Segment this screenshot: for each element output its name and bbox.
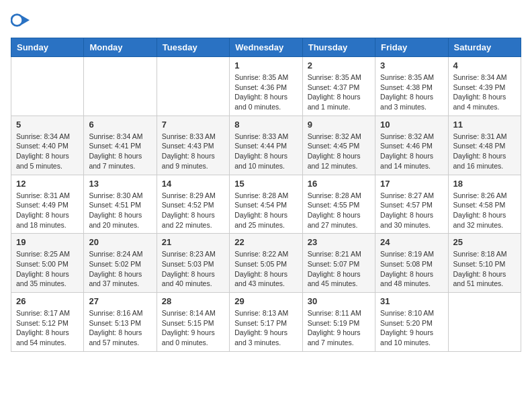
day-info: Sunrise: 8:28 AM Sunset: 4:55 PM Dayligh… bbox=[308, 191, 370, 230]
day-info: Sunrise: 8:11 AM Sunset: 5:19 PM Dayligh… bbox=[308, 308, 370, 348]
logo bbox=[11, 11, 31, 30]
day-number: 13 bbox=[89, 179, 151, 189]
day-info: Sunrise: 8:14 AM Sunset: 5:15 PM Dayligh… bbox=[162, 308, 224, 348]
day-number: 28 bbox=[162, 296, 224, 306]
day-info: Sunrise: 8:34 AM Sunset: 4:39 PM Dayligh… bbox=[453, 73, 516, 112]
calendar-day-header: Tuesday bbox=[157, 38, 229, 57]
calendar-day-header: Monday bbox=[84, 38, 157, 57]
calendar-cell: 1Sunrise: 8:35 AM Sunset: 4:36 PM Daylig… bbox=[230, 57, 302, 116]
day-info: Sunrise: 8:25 AM Sunset: 5:00 PM Dayligh… bbox=[16, 249, 79, 289]
day-number: 19 bbox=[16, 237, 79, 247]
calendar-cell: 13Sunrise: 8:30 AM Sunset: 4:51 PM Dayli… bbox=[84, 175, 157, 234]
calendar-cell: 22Sunrise: 8:22 AM Sunset: 5:05 PM Dayli… bbox=[230, 234, 302, 293]
day-info: Sunrise: 8:27 AM Sunset: 4:57 PM Dayligh… bbox=[380, 191, 443, 230]
calendar-cell: 6Sunrise: 8:34 AM Sunset: 4:41 PM Daylig… bbox=[84, 116, 157, 175]
day-number: 5 bbox=[16, 120, 79, 130]
calendar-cell: 15Sunrise: 8:28 AM Sunset: 4:54 PM Dayli… bbox=[230, 175, 302, 234]
calendar-week-row: 1Sunrise: 8:35 AM Sunset: 4:36 PM Daylig… bbox=[11, 57, 521, 116]
day-number: 2 bbox=[308, 60, 370, 71]
calendar-cell: 27Sunrise: 8:16 AM Sunset: 5:13 PM Dayli… bbox=[84, 293, 157, 352]
day-number: 11 bbox=[453, 120, 516, 130]
calendar-cell bbox=[157, 57, 229, 116]
calendar-cell: 9Sunrise: 8:32 AM Sunset: 4:45 PM Daylig… bbox=[302, 116, 375, 175]
day-number: 17 bbox=[380, 179, 443, 189]
calendar-cell: 21Sunrise: 8:23 AM Sunset: 5:03 PM Dayli… bbox=[157, 234, 229, 293]
day-number: 6 bbox=[89, 120, 151, 130]
day-number: 15 bbox=[234, 179, 297, 189]
calendar-day-header: Wednesday bbox=[230, 38, 302, 57]
calendar-day-header: Thursday bbox=[302, 38, 375, 57]
calendar-cell: 11Sunrise: 8:31 AM Sunset: 4:48 PM Dayli… bbox=[448, 116, 521, 175]
day-info: Sunrise: 8:30 AM Sunset: 4:51 PM Dayligh… bbox=[89, 191, 151, 230]
calendar-cell: 2Sunrise: 8:35 AM Sunset: 4:37 PM Daylig… bbox=[302, 57, 375, 116]
day-info: Sunrise: 8:13 AM Sunset: 5:17 PM Dayligh… bbox=[234, 308, 297, 348]
day-info: Sunrise: 8:28 AM Sunset: 4:54 PM Dayligh… bbox=[234, 191, 297, 230]
calendar-cell: 28Sunrise: 8:14 AM Sunset: 5:15 PM Dayli… bbox=[157, 293, 229, 352]
day-info: Sunrise: 8:19 AM Sunset: 5:08 PM Dayligh… bbox=[380, 249, 443, 289]
day-number: 24 bbox=[380, 237, 443, 247]
day-info: Sunrise: 8:33 AM Sunset: 4:43 PM Dayligh… bbox=[162, 132, 224, 171]
day-number: 8 bbox=[234, 120, 297, 130]
day-info: Sunrise: 8:34 AM Sunset: 4:41 PM Dayligh… bbox=[89, 132, 151, 171]
calendar-cell: 7Sunrise: 8:33 AM Sunset: 4:43 PM Daylig… bbox=[157, 116, 229, 175]
day-info: Sunrise: 8:32 AM Sunset: 4:46 PM Dayligh… bbox=[380, 132, 443, 171]
day-info: Sunrise: 8:33 AM Sunset: 4:44 PM Dayligh… bbox=[234, 132, 297, 171]
day-number: 22 bbox=[234, 237, 297, 247]
calendar-cell: 20Sunrise: 8:24 AM Sunset: 5:02 PM Dayli… bbox=[84, 234, 157, 293]
day-info: Sunrise: 8:17 AM Sunset: 5:12 PM Dayligh… bbox=[16, 308, 79, 348]
day-number: 20 bbox=[89, 237, 151, 247]
day-number: 26 bbox=[16, 296, 79, 306]
calendar-cell bbox=[11, 57, 84, 116]
calendar-cell: 29Sunrise: 8:13 AM Sunset: 5:17 PM Dayli… bbox=[230, 293, 302, 352]
calendar-cell: 12Sunrise: 8:31 AM Sunset: 4:49 PM Dayli… bbox=[11, 175, 84, 234]
calendar-cell: 25Sunrise: 8:18 AM Sunset: 5:10 PM Dayli… bbox=[448, 234, 521, 293]
day-number: 18 bbox=[453, 179, 516, 189]
day-number: 16 bbox=[308, 179, 370, 189]
calendar-cell bbox=[448, 293, 521, 352]
day-number: 14 bbox=[162, 179, 224, 189]
day-number: 10 bbox=[380, 120, 443, 130]
day-info: Sunrise: 8:31 AM Sunset: 4:49 PM Dayligh… bbox=[16, 191, 79, 230]
calendar-cell: 19Sunrise: 8:25 AM Sunset: 5:00 PM Dayli… bbox=[11, 234, 84, 293]
day-info: Sunrise: 8:29 AM Sunset: 4:52 PM Dayligh… bbox=[162, 191, 224, 230]
calendar-header-row: SundayMondayTuesdayWednesdayThursdayFrid… bbox=[11, 38, 521, 57]
calendar-cell: 5Sunrise: 8:34 AM Sunset: 4:40 PM Daylig… bbox=[11, 116, 84, 175]
day-info: Sunrise: 8:32 AM Sunset: 4:45 PM Dayligh… bbox=[308, 132, 370, 171]
calendar-week-row: 19Sunrise: 8:25 AM Sunset: 5:00 PM Dayli… bbox=[11, 234, 521, 293]
day-number: 30 bbox=[308, 296, 370, 306]
calendar-cell: 18Sunrise: 8:26 AM Sunset: 4:58 PM Dayli… bbox=[448, 175, 521, 234]
calendar-week-row: 5Sunrise: 8:34 AM Sunset: 4:40 PM Daylig… bbox=[11, 116, 521, 175]
calendar-cell: 8Sunrise: 8:33 AM Sunset: 4:44 PM Daylig… bbox=[230, 116, 302, 175]
calendar-day-header: Sunday bbox=[11, 38, 84, 57]
calendar-day-header: Friday bbox=[375, 38, 448, 57]
day-info: Sunrise: 8:16 AM Sunset: 5:13 PM Dayligh… bbox=[89, 308, 151, 348]
day-number: 3 bbox=[380, 60, 443, 71]
day-number: 12 bbox=[16, 179, 79, 189]
svg-marker-1 bbox=[22, 15, 30, 24]
calendar-cell: 14Sunrise: 8:29 AM Sunset: 4:52 PM Dayli… bbox=[157, 175, 229, 234]
day-info: Sunrise: 8:10 AM Sunset: 5:20 PM Dayligh… bbox=[380, 308, 443, 348]
day-number: 23 bbox=[308, 237, 370, 247]
calendar-cell: 3Sunrise: 8:35 AM Sunset: 4:38 PM Daylig… bbox=[375, 57, 448, 116]
day-info: Sunrise: 8:34 AM Sunset: 4:40 PM Dayligh… bbox=[16, 132, 79, 171]
day-number: 27 bbox=[89, 296, 151, 306]
day-number: 9 bbox=[308, 120, 370, 130]
day-info: Sunrise: 8:21 AM Sunset: 5:07 PM Dayligh… bbox=[308, 249, 370, 289]
page-header bbox=[11, 11, 521, 30]
calendar-cell: 26Sunrise: 8:17 AM Sunset: 5:12 PM Dayli… bbox=[11, 293, 84, 352]
svg-point-0 bbox=[11, 15, 23, 26]
day-number: 25 bbox=[453, 237, 516, 247]
calendar-cell: 16Sunrise: 8:28 AM Sunset: 4:55 PM Dayli… bbox=[302, 175, 375, 234]
day-info: Sunrise: 8:35 AM Sunset: 4:37 PM Dayligh… bbox=[308, 73, 370, 112]
calendar-cell: 31Sunrise: 8:10 AM Sunset: 5:20 PM Dayli… bbox=[375, 293, 448, 352]
calendar-day-header: Saturday bbox=[448, 38, 521, 57]
day-number: 21 bbox=[162, 237, 224, 247]
logo-icon bbox=[11, 11, 30, 30]
day-number: 1 bbox=[234, 60, 297, 71]
day-number: 4 bbox=[453, 60, 516, 71]
day-number: 31 bbox=[380, 296, 443, 306]
day-info: Sunrise: 8:22 AM Sunset: 5:05 PM Dayligh… bbox=[234, 249, 297, 289]
day-number: 7 bbox=[162, 120, 224, 130]
calendar-week-row: 26Sunrise: 8:17 AM Sunset: 5:12 PM Dayli… bbox=[11, 293, 521, 352]
day-info: Sunrise: 8:35 AM Sunset: 4:38 PM Dayligh… bbox=[380, 73, 443, 112]
